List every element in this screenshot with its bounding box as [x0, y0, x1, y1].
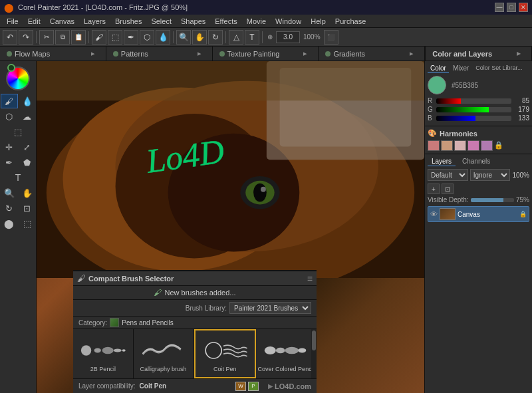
gradients-dot: [325, 51, 331, 57]
svg-rect-12: [37, 61, 424, 100]
tool-pair-1: 🖌 💧: [1, 94, 36, 108]
h-swatch-2[interactable]: [441, 140, 453, 151]
menu-item-file[interactable]: File: [3, 17, 23, 26]
library-select[interactable]: Painter 2021 Brushes: [229, 302, 311, 314]
paint-brush-tool[interactable]: 🖌: [1, 94, 18, 108]
copy-button[interactable]: ⧉: [55, 30, 70, 45]
color-wheel[interactable]: [6, 66, 30, 90]
shape-btn[interactable]: △: [229, 30, 243, 45]
g-bar-bg[interactable]: [436, 107, 511, 112]
brush-cell-cover-pencil[interactable]: Cover Colored Pencil: [256, 329, 317, 378]
color-layers-arrow[interactable]: ▸: [517, 49, 525, 58]
tab-channels[interactable]: Channels: [458, 157, 494, 166]
zoom-value-input[interactable]: 3.0: [276, 31, 300, 43]
rotate-tool[interactable]: ↻: [1, 201, 18, 215]
h-swatch-1[interactable]: [428, 140, 440, 151]
layer-lock-icon[interactable]: 🔒: [519, 211, 527, 217]
layers-tabs: Layers Channels: [428, 157, 529, 166]
gradients-arrow[interactable]: ▸: [410, 49, 418, 58]
rotate-btn[interactable]: ↻: [208, 30, 223, 45]
depth-bar-bg[interactable]: [471, 198, 514, 202]
extra-tool-2[interactable]: ⬚: [19, 216, 36, 231]
new-brushes-label: New brushes added...: [164, 289, 235, 297]
brush-cell-2b-pencil[interactable]: 2B Pencil: [73, 329, 134, 378]
brush-cell-coit-pen[interactable]: Coit Pen: [194, 329, 257, 378]
canvas-layer-row[interactable]: 👁 Canvas 🔒: [428, 206, 529, 222]
menu-item-edit[interactable]: Edit: [24, 17, 45, 26]
brush-cell-calligraphy[interactable]: Calligraphy brush: [134, 329, 194, 378]
menu-item-purchase[interactable]: Purchase: [331, 17, 370, 26]
blend-ignore-select[interactable]: Ignore: [470, 169, 511, 181]
flow-maps-tab[interactable]: Flow Maps ▸: [0, 47, 106, 61]
category-name: Pens and Pencils: [122, 319, 173, 327]
tab-mixer[interactable]: Mixer: [450, 64, 471, 73]
b-bar-bg[interactable]: [436, 116, 511, 121]
menu-item-canvas[interactable]: Canvas: [46, 17, 78, 26]
blend-mode-select[interactable]: Default: [428, 169, 468, 181]
text-btn[interactable]: T: [245, 30, 259, 45]
minimize-button[interactable]: —: [495, 3, 504, 12]
texture-arrow[interactable]: ▸: [303, 49, 311, 58]
tab-color[interactable]: Color: [428, 64, 449, 73]
undo-button[interactable]: ↶: [3, 30, 17, 45]
menu-item-layers[interactable]: Layers: [80, 17, 110, 26]
patterns-arrow[interactable]: ▸: [198, 49, 205, 58]
harmonies-lock-icon[interactable]: 🔒: [494, 140, 503, 150]
extra-tool-1[interactable]: ⬤: [1, 216, 18, 231]
pen-tool-btn[interactable]: ✒: [124, 30, 138, 45]
flow-maps-arrow[interactable]: ▸: [91, 49, 99, 58]
menu-item-brushes[interactable]: Brushes: [111, 17, 146, 26]
group-layer-btn[interactable]: ⊡: [442, 184, 454, 194]
eraser-tool[interactable]: ⬡: [1, 109, 18, 124]
brush-panel-menu-icon[interactable]: ≡: [307, 273, 313, 284]
select-tool-btn[interactable]: ⬚: [108, 30, 122, 45]
hand-btn[interactable]: ✋: [192, 30, 207, 45]
dropper-tool[interactable]: 💧: [19, 94, 36, 108]
toolbar-sep-5: [262, 31, 263, 43]
title-bar-left: ⬤ Corel Painter 2021 - [LO4D.com - Fritz…: [4, 3, 188, 13]
patterns-tab[interactable]: Patterns ▸: [106, 47, 213, 61]
title-bar-controls[interactable]: — □ ✕: [495, 3, 528, 12]
canvas-area[interactable]: Lo4D 🖌 Compact Brush Selector ≡ 🖌 New br…: [37, 61, 424, 393]
h-swatch-4[interactable]: [467, 140, 479, 151]
maximize-button[interactable]: □: [507, 3, 516, 12]
cut-button[interactable]: ✂: [39, 30, 54, 45]
select-shape-tool[interactable]: ⬟: [19, 155, 36, 170]
menu-item-window[interactable]: Window: [271, 17, 305, 26]
menu-item-help[interactable]: Help: [307, 17, 330, 26]
close-button[interactable]: ✕: [519, 3, 528, 12]
eraser-btn[interactable]: ⬡: [140, 30, 154, 45]
r-bar-bg[interactable]: [436, 98, 511, 104]
brush-scroll-thumb[interactable]: [312, 330, 316, 350]
menu-item-effects[interactable]: Effects: [211, 17, 241, 26]
zoom-btn[interactable]: 🔍: [176, 30, 191, 45]
hand-tool[interactable]: ✋: [19, 186, 36, 200]
pen-tool[interactable]: ✒: [1, 155, 18, 170]
h-swatch-5[interactable]: [481, 140, 493, 151]
menu-item-movie[interactable]: Movie: [243, 17, 270, 26]
new-layer-btn[interactable]: +: [428, 184, 440, 194]
menu-item-select[interactable]: Select: [147, 17, 176, 26]
redo-button[interactable]: ↷: [19, 30, 33, 45]
text-tool[interactable]: T: [9, 170, 27, 185]
smudge-tool[interactable]: ☁: [19, 109, 36, 124]
mirror-tool[interactable]: ⊡: [19, 201, 36, 215]
tab-layers[interactable]: Layers: [428, 157, 456, 166]
brush-scrollbar[interactable]: [311, 329, 317, 378]
transform-tool[interactable]: ⤢: [19, 140, 36, 154]
color-swatch-main[interactable]: [428, 76, 446, 94]
move-tool[interactable]: ✛: [1, 140, 18, 154]
h-swatch-3[interactable]: [454, 140, 466, 151]
paste-button[interactable]: 📋: [71, 30, 86, 45]
navigator-btn[interactable]: ⬛: [324, 30, 338, 45]
zoom-tool[interactable]: 🔍: [1, 186, 18, 200]
rect-select-tool[interactable]: ⬚: [2, 124, 34, 139]
texture-painting-tab[interactable]: Texture Painting ▸: [213, 47, 319, 61]
gradients-tab[interactable]: Gradients ▸: [319, 47, 425, 61]
tab-colorset[interactable]: Color Set Librar...: [473, 64, 525, 73]
dropper-btn[interactable]: 💧: [156, 30, 170, 45]
menu-item-shapes[interactable]: Shapes: [177, 17, 209, 26]
brush-tool-btn[interactable]: 🖌: [92, 30, 106, 45]
layer-visibility-icon[interactable]: 👁: [430, 210, 438, 218]
color-layers-tab[interactable]: Color and Layers ▸: [425, 47, 532, 61]
